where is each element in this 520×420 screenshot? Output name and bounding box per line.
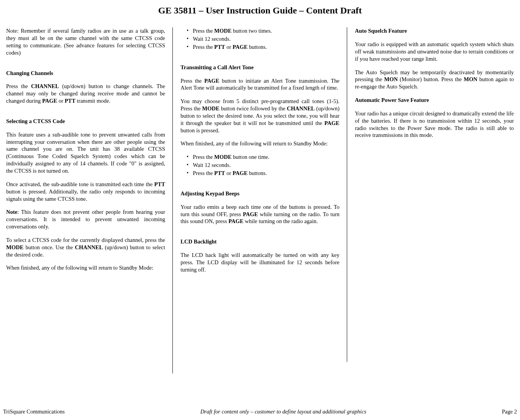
text: Once activated, the sub-audible tone is …: [6, 181, 154, 187]
text: Press the: [193, 28, 214, 34]
text: button once. Use the: [23, 244, 75, 250]
text: buttons.: [247, 44, 267, 50]
list-item: Press the MODE button two times.: [187, 27, 339, 35]
text: : This feature does not prevent other pe…: [6, 209, 165, 230]
page-footer: TriSquare Communications Draft for conte…: [3, 408, 517, 415]
text: Press the: [181, 78, 204, 84]
bold-ptt: PTT: [65, 98, 75, 104]
lcd-text: The LCD back light will automatically be…: [181, 252, 339, 273]
bold-page: PAGE: [204, 78, 219, 84]
bold-ptt: PTT: [214, 44, 225, 50]
ctcss-finish: When finished, any of the following will…: [6, 264, 165, 272]
list-item: Wait 12 seconds.: [187, 162, 339, 169]
text: button two times.: [232, 28, 272, 34]
content-columns: Note: Remember if several family radios …: [3, 27, 517, 279]
ctcss-note: Note: This feature does not prevent othe…: [6, 208, 165, 230]
alert-p1: Press the PAGE button to initiate an Ale…: [181, 77, 339, 92]
bold-channel: CHANNEL: [31, 83, 59, 89]
text: (Monitor) button. Press the: [398, 76, 464, 82]
text: To select a CTCSS code for the currently…: [6, 237, 165, 243]
footer-right: Page 2: [502, 408, 517, 415]
footer-center: Draft for content only – customer to def…: [200, 408, 366, 415]
alert-p2: You may choose from 5 distinct pre-progr…: [181, 98, 339, 134]
list-item: Wait 12 seconds.: [187, 35, 339, 43]
text: button is pressed. Additionally, the rad…: [6, 188, 165, 202]
text: while turning on the radio again.: [244, 218, 318, 224]
footer-left: TriSquare Communications: [3, 408, 65, 415]
standby-steps-1: Press the MODE button two times. Wait 12…: [181, 27, 339, 51]
alert-finish: When finished, any of the following will…: [181, 140, 339, 147]
bold-note: Note: [6, 209, 17, 215]
column-1: Note: Remember if several family radios …: [6, 27, 165, 279]
text: or: [225, 170, 232, 176]
standby-steps-2: Press the MODE button one time. Wait 12 …: [181, 153, 339, 177]
list-item: Press the PTT or PAGE buttons.: [187, 170, 339, 177]
changing-channels-text: Press the CHANNEL (up/down) button to ch…: [6, 83, 165, 105]
note-paragraph: Note: Remember if several family radios …: [6, 27, 165, 56]
text: Press the: [193, 154, 214, 160]
heading-changing-channels: Changing Channels: [6, 70, 165, 77]
power-text: Your radio has a unique circuit designed…: [355, 110, 514, 139]
text: or: [57, 98, 65, 104]
heading-call-alert: Transmitting a Call Alert Tone: [181, 64, 339, 71]
heading-auto-squelch: Auto Squelch Feature: [355, 27, 514, 35]
squelch-p1: Your radio is equipped with an automatic…: [355, 41, 514, 63]
ctcss-select: To select a CTCSS code for the currently…: [6, 237, 165, 258]
bold-mode: MODE: [214, 154, 232, 160]
heading-lcd-backlight: LCD Backlight: [181, 238, 339, 245]
squelch-p2: The Auto Squelch may be temporarily deac…: [355, 69, 514, 91]
text: Press the: [193, 170, 214, 176]
beeps-text: Your radio emits a beep each time one of…: [181, 203, 339, 225]
column-3: Auto Squelch Feature Your radio is equip…: [355, 27, 514, 279]
text: buttons.: [247, 170, 267, 176]
bold-mode: MODE: [6, 244, 23, 250]
text: Press the: [193, 44, 214, 50]
bold-page: PAGE: [324, 120, 339, 126]
bold-page: PAGE: [243, 211, 258, 217]
bold-mon: MON: [464, 76, 477, 82]
bold-ptt: PTT: [214, 170, 225, 176]
heading-keypad-beeps: Adjusting Keypad Beeps: [181, 190, 339, 197]
bold-page: PAGE: [228, 218, 243, 224]
bold-mon: MON: [384, 76, 398, 82]
text: or: [225, 44, 232, 50]
bold-page: PAGE: [232, 44, 247, 50]
heading-selecting-ctcss: Selecting a CTCSS Code: [6, 118, 165, 125]
bold-channel: CHANNEL: [75, 244, 103, 250]
bold-mode: MODE: [202, 105, 219, 112]
text: Press the: [6, 83, 31, 89]
page-title: GE 35811 – User Instruction Guide – Cont…: [3, 5, 517, 17]
bold-page: PAGE: [232, 170, 247, 176]
list-item: Press the PTT or PAGE buttons.: [187, 43, 339, 51]
heading-power-save: Automatic Power Save Feature: [355, 97, 514, 104]
ctcss-activated: Once activated, the sub-audible tone is …: [6, 181, 165, 203]
bold-page: PAGE: [42, 98, 57, 104]
bold-mode: MODE: [214, 28, 232, 34]
text: button is pressed.: [181, 127, 219, 133]
text: transmit mode.: [75, 98, 110, 104]
bold-ptt: PTT: [154, 181, 165, 187]
column-2: Press the MODE button two times. Wait 12…: [181, 27, 339, 279]
text: button one time.: [232, 154, 269, 160]
list-item: Press the MODE button one time.: [187, 153, 339, 161]
text: button twice followed by the: [219, 105, 287, 112]
ctcss-intro: This feature uses a sub-audible tone to …: [6, 131, 165, 175]
bold-channel: CHANNEL: [287, 105, 315, 112]
